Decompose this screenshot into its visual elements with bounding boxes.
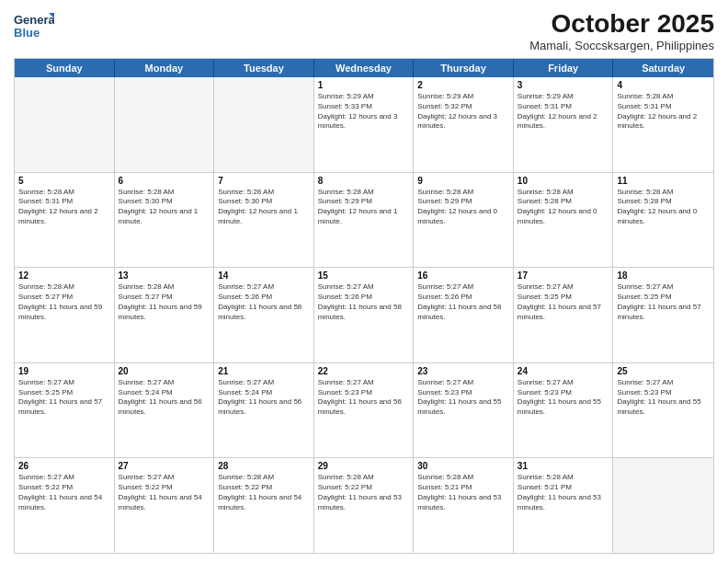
calendar-row: 1Sunrise: 5:29 AM Sunset: 5:33 PM Daylig… [15,77,713,173]
table-row: 19Sunrise: 5:27 AM Sunset: 5:25 PM Dayli… [15,363,115,458]
day-number: 25 [617,366,710,376]
day-number: 16 [417,270,509,281]
day-number: 27 [119,461,210,471]
table-row [214,77,314,172]
table-row: 7Sunrise: 5:28 AM Sunset: 5:30 PM Daylig… [214,173,314,268]
cell-info: Sunrise: 5:27 AM Sunset: 5:24 PM Dayligh… [119,378,210,418]
day-number: 20 [119,366,210,376]
cell-info: Sunrise: 5:27 AM Sunset: 5:26 PM Dayligh… [318,282,410,322]
header-friday: Friday [514,59,614,77]
day-number: 26 [18,461,110,471]
svg-text:General: General [14,13,54,27]
table-row: 16Sunrise: 5:27 AM Sunset: 5:26 PM Dayli… [414,268,514,362]
cell-info: Sunrise: 5:28 AM Sunset: 5:31 PM Dayligh… [617,92,710,132]
table-row: 31Sunrise: 5:28 AM Sunset: 5:21 PM Dayli… [514,458,614,553]
cell-info: Sunrise: 5:27 AM Sunset: 5:25 PM Dayligh… [518,282,609,322]
cell-info: Sunrise: 5:29 AM Sunset: 5:32 PM Dayligh… [417,92,509,132]
cell-info: Sunrise: 5:29 AM Sunset: 5:31 PM Dayligh… [518,92,609,132]
table-row: 1Sunrise: 5:29 AM Sunset: 5:33 PM Daylig… [314,77,415,172]
cell-info: Sunrise: 5:27 AM Sunset: 5:23 PM Dayligh… [518,378,609,418]
day-number: 18 [617,270,710,281]
cell-info: Sunrise: 5:27 AM Sunset: 5:26 PM Dayligh… [218,282,310,322]
svg-text:Blue: Blue [14,26,40,40]
day-number: 9 [417,176,509,186]
table-row: 10Sunrise: 5:28 AM Sunset: 5:28 PM Dayli… [514,173,614,268]
cell-info: Sunrise: 5:27 AM Sunset: 5:22 PM Dayligh… [119,473,210,512]
logo-svg: General Blue [14,9,54,42]
cell-info: Sunrise: 5:28 AM Sunset: 5:29 PM Dayligh… [318,188,410,227]
cell-info: Sunrise: 5:28 AM Sunset: 5:21 PM Dayligh… [417,473,509,512]
calendar-row: 12Sunrise: 5:28 AM Sunset: 5:27 PM Dayli… [15,268,713,363]
day-number: 2 [417,80,509,90]
day-number: 1 [318,80,410,90]
location: Mamali, Soccsksargen, Philippines [529,39,714,52]
table-row: 13Sunrise: 5:28 AM Sunset: 5:27 PM Dayli… [115,268,215,362]
header-monday: Monday [115,59,215,77]
day-number: 17 [518,270,609,281]
table-row: 20Sunrise: 5:27 AM Sunset: 5:24 PM Dayli… [115,363,215,458]
day-number: 15 [318,270,410,281]
header-saturday: Saturday [613,59,713,77]
title-area: October 2025 Mamali, Soccsksargen, Phili… [529,9,714,52]
table-row: 4Sunrise: 5:28 AM Sunset: 5:31 PM Daylig… [613,77,713,172]
cell-info: Sunrise: 5:28 AM Sunset: 5:29 PM Dayligh… [417,188,509,227]
cell-info: Sunrise: 5:27 AM Sunset: 5:22 PM Dayligh… [18,473,110,512]
cell-info: Sunrise: 5:28 AM Sunset: 5:27 PM Dayligh… [119,282,210,322]
day-number: 23 [417,366,509,376]
header: General Blue October 2025 Mamali, Soccsk… [14,9,714,52]
day-number: 19 [18,366,110,376]
day-number: 13 [119,270,210,281]
cell-info: Sunrise: 5:27 AM Sunset: 5:24 PM Dayligh… [218,378,310,418]
calendar-header: Sunday Monday Tuesday Wednesday Thursday… [15,59,713,77]
table-row: 30Sunrise: 5:28 AM Sunset: 5:21 PM Dayli… [414,458,514,553]
table-row [15,77,115,172]
day-number: 11 [617,176,710,186]
table-row: 24Sunrise: 5:27 AM Sunset: 5:23 PM Dayli… [514,363,614,458]
cell-info: Sunrise: 5:27 AM Sunset: 5:26 PM Dayligh… [417,282,509,322]
day-number: 3 [518,80,609,90]
cell-info: Sunrise: 5:27 AM Sunset: 5:25 PM Dayligh… [18,378,110,418]
table-row: 18Sunrise: 5:27 AM Sunset: 5:25 PM Dayli… [613,268,713,362]
table-row: 22Sunrise: 5:27 AM Sunset: 5:23 PM Dayli… [314,363,415,458]
day-number: 28 [218,461,310,471]
calendar-row: 5Sunrise: 5:28 AM Sunset: 5:31 PM Daylig… [15,173,713,269]
cell-info: Sunrise: 5:28 AM Sunset: 5:22 PM Dayligh… [218,473,310,512]
cell-info: Sunrise: 5:29 AM Sunset: 5:33 PM Dayligh… [318,92,410,132]
table-row: 12Sunrise: 5:28 AM Sunset: 5:27 PM Dayli… [15,268,115,362]
table-row: 6Sunrise: 5:28 AM Sunset: 5:30 PM Daylig… [115,173,215,268]
table-row: 11Sunrise: 5:28 AM Sunset: 5:28 PM Dayli… [613,173,713,268]
day-number: 31 [518,461,609,471]
cell-info: Sunrise: 5:27 AM Sunset: 5:23 PM Dayligh… [617,378,710,418]
table-row: 21Sunrise: 5:27 AM Sunset: 5:24 PM Dayli… [214,363,314,458]
header-wednesday: Wednesday [314,59,415,77]
day-number: 4 [617,80,710,90]
calendar-row: 19Sunrise: 5:27 AM Sunset: 5:25 PM Dayli… [15,363,713,459]
day-number: 21 [218,366,310,376]
calendar-body: 1Sunrise: 5:29 AM Sunset: 5:33 PM Daylig… [15,77,713,553]
table-row [613,458,713,553]
cell-info: Sunrise: 5:27 AM Sunset: 5:23 PM Dayligh… [318,378,410,418]
day-number: 5 [18,176,110,186]
table-row: 8Sunrise: 5:28 AM Sunset: 5:29 PM Daylig… [314,173,415,268]
day-number: 24 [518,366,609,376]
month-title: October 2025 [529,9,714,39]
day-number: 29 [318,461,410,471]
cell-info: Sunrise: 5:28 AM Sunset: 5:22 PM Dayligh… [318,473,410,512]
cell-info: Sunrise: 5:28 AM Sunset: 5:30 PM Dayligh… [119,188,210,227]
day-number: 30 [417,461,509,471]
day-number: 6 [119,176,210,186]
cell-info: Sunrise: 5:28 AM Sunset: 5:27 PM Dayligh… [18,282,110,322]
table-row: 28Sunrise: 5:28 AM Sunset: 5:22 PM Dayli… [214,458,314,553]
header-tuesday: Tuesday [214,59,314,77]
table-row: 27Sunrise: 5:27 AM Sunset: 5:22 PM Dayli… [115,458,215,553]
day-number: 14 [218,270,310,281]
table-row: 26Sunrise: 5:27 AM Sunset: 5:22 PM Dayli… [15,458,115,553]
calendar: Sunday Monday Tuesday Wednesday Thursday… [14,58,714,554]
logo: General Blue [14,9,54,42]
cell-info: Sunrise: 5:28 AM Sunset: 5:21 PM Dayligh… [518,473,609,512]
table-row [115,77,215,172]
day-number: 8 [318,176,410,186]
cell-info: Sunrise: 5:28 AM Sunset: 5:28 PM Dayligh… [617,188,710,227]
table-row: 3Sunrise: 5:29 AM Sunset: 5:31 PM Daylig… [514,77,614,172]
page: General Blue October 2025 Mamali, Soccsk… [0,0,728,563]
